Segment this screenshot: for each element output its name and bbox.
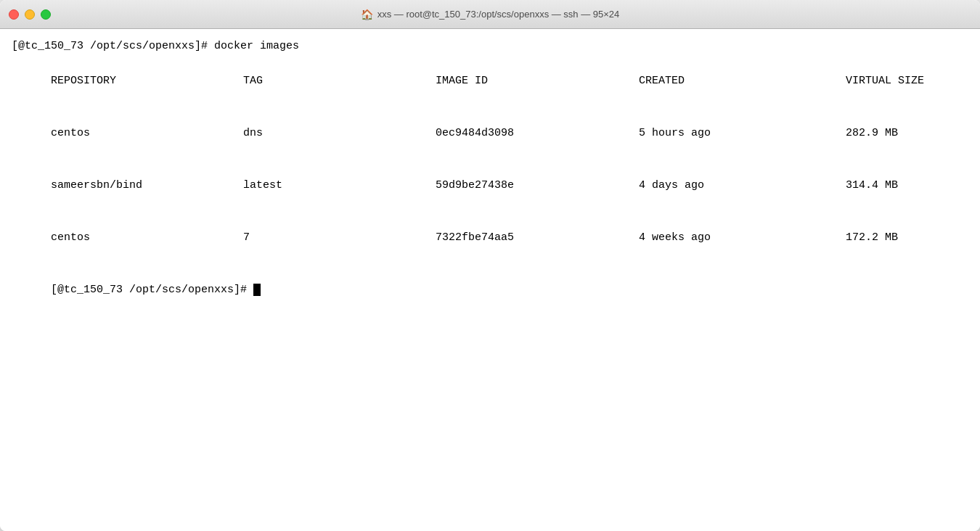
header-created: CREATED [639, 73, 846, 90]
cursor [253, 284, 261, 296]
row1-size: 282.9 MB [846, 125, 898, 142]
row3-image-id: 7322fbe74aa5 [436, 229, 639, 247]
table-row: centosdns0ec9484d30985 hours ago282.9 MB [12, 107, 968, 160]
row2-image-id: 59d9be27438e [436, 177, 639, 194]
row3-size: 172.2 MB [846, 229, 898, 247]
titlebar: 🏠 xxs — root@tc_150_73:/opt/scs/openxxs … [0, 0, 980, 29]
prompt-line: [@tc_150_73 /opt/scs/openxxs]# [12, 264, 968, 316]
titlebar-label: xxs — root@tc_150_73:/opt/scs/openxxs — … [377, 9, 620, 20]
row2-tag: latest [243, 177, 436, 194]
header-virtual-size: VIRTUAL SIZE [846, 73, 924, 90]
close-button[interactable] [9, 9, 19, 20]
row1-repository: centos [51, 125, 243, 142]
maximize-button[interactable] [41, 9, 51, 20]
row3-repository: centos [51, 229, 243, 247]
row1-image-id: 0ec9484d3098 [436, 125, 639, 142]
home-icon: 🏠 [361, 9, 373, 20]
row1-created: 5 hours ago [639, 125, 846, 142]
header-repository: REPOSITORY [51, 73, 243, 90]
command-line: [@tc_150_73 /opt/scs/openxxs]# docker im… [12, 38, 968, 55]
table-row: centos77322fbe74aa54 weeks ago172.2 MB [12, 212, 968, 264]
row3-created: 4 weeks ago [639, 229, 846, 247]
minimize-button[interactable] [25, 9, 35, 20]
row1-tag: dns [243, 125, 436, 142]
traffic-lights [9, 9, 51, 20]
header-tag: TAG [243, 73, 436, 90]
header-row: REPOSITORYTAGIMAGE IDCREATEDVIRTUAL SIZE [12, 55, 968, 107]
row2-created: 4 days ago [639, 177, 846, 194]
titlebar-title: 🏠 xxs — root@tc_150_73:/opt/scs/openxxs … [361, 9, 620, 20]
row2-repository: sameersbn/bind [51, 177, 243, 194]
terminal-window: 🏠 xxs — root@tc_150_73:/opt/scs/openxxs … [0, 0, 980, 531]
prompt-text: [@tc_150_73 /opt/scs/openxxs]# [51, 284, 253, 296]
table-row: sameersbn/bindlatest59d9be27438e4 days a… [12, 160, 968, 212]
terminal-body[interactable]: [@tc_150_73 /opt/scs/openxxs]# docker im… [0, 29, 980, 531]
row2-size: 314.4 MB [846, 177, 898, 194]
row3-tag: 7 [243, 229, 436, 247]
header-image-id: IMAGE ID [436, 73, 639, 90]
